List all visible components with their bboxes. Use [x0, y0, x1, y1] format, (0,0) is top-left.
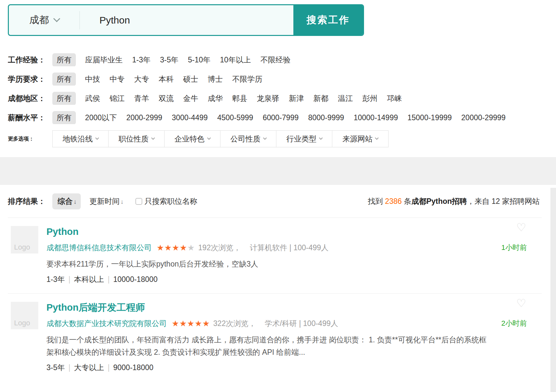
section-separator-band: [0, 157, 556, 185]
filter-label: 成都地区：: [8, 93, 52, 104]
dropdown-metro-line[interactable]: 地铁沿线: [53, 131, 109, 147]
filter-option[interactable]: 彭州: [362, 93, 377, 104]
dropdown-label: 地铁沿线: [63, 134, 93, 144]
filter-option[interactable]: 2000以下: [85, 113, 117, 123]
dropdown-job-type[interactable]: 职位性质: [109, 131, 165, 147]
sort-option-label: 更新时间: [90, 197, 120, 205]
filter-label: 更多选项：: [8, 136, 52, 142]
filter-option[interactable]: 15000-19999: [408, 113, 452, 122]
filter-option[interactable]: 1-3年: [132, 55, 150, 65]
favorite-heart-icon[interactable]: ♡: [516, 298, 526, 309]
filter-option[interactable]: 应届毕业生: [85, 55, 123, 65]
filter-option[interactable]: 中技: [85, 74, 100, 84]
filter-option[interactable]: 8000-9999: [308, 113, 344, 122]
chevron-down-icon: [53, 15, 60, 22]
filter-option[interactable]: 中专: [110, 74, 125, 84]
filter-option[interactable]: 2000-2999: [126, 113, 162, 122]
vertical-scrollbar[interactable]: [550, 188, 556, 392]
posted-time: 1小时前: [501, 242, 527, 253]
filter-option[interactable]: 不限经验: [260, 55, 290, 65]
filter-option[interactable]: 大专: [134, 74, 149, 84]
chevron-down-icon: [207, 136, 211, 140]
filter-option[interactable]: 4500-5999: [217, 113, 253, 122]
industry-size: 学术/科研 | 100-499人: [265, 318, 338, 329]
filter-label: 学历要求：: [8, 74, 52, 84]
company-link[interactable]: 成都大数据产业技术研究院有限公司: [46, 318, 167, 329]
logo-text: Logo: [14, 319, 30, 327]
filter-option-selected[interactable]: 所有: [52, 92, 76, 105]
filter-option[interactable]: 青羊: [134, 93, 149, 104]
company-row: 成都思博信科信息技术有限公司 ★★★★★ 192次浏览， 计算机软件 | 100…: [46, 242, 527, 253]
sort-option-comprehensive[interactable]: 综合↓: [52, 193, 81, 209]
search-button[interactable]: 搜索工作: [293, 5, 363, 35]
filter-option[interactable]: 10年以上: [220, 55, 251, 65]
filter-option[interactable]: 10000-14999: [354, 113, 398, 122]
meta-divider: |: [68, 363, 70, 372]
filter-option[interactable]: 温江: [338, 93, 353, 104]
view-count: 192次浏览，: [198, 242, 241, 253]
filter-option[interactable]: 3-5年: [160, 55, 178, 65]
checkbox-label[interactable]: 只搜索职位名称: [145, 196, 197, 206]
filter-option[interactable]: 锦江: [110, 93, 125, 104]
filter-row-district: 成都地区： 所有 武侯 锦江 青羊 双流 金牛 成华 郫县 龙泉驿 新津 新都 …: [8, 92, 556, 105]
dropdown-company-nature[interactable]: 公司性质: [220, 131, 276, 147]
company-row: 成都大数据产业技术研究院有限公司 ★★★★★ 322次浏览， 学术/科研 | 1…: [46, 318, 527, 329]
dropdown-company-feature[interactable]: 企业特色: [165, 131, 220, 147]
filter-option-selected[interactable]: 所有: [52, 73, 76, 86]
dropdown-industry[interactable]: 行业类型: [276, 131, 332, 147]
stars-empty: ★: [187, 243, 195, 252]
arrow-down-icon: ↓: [121, 198, 124, 205]
job-description: 要求本科211学历，一年以上实际python后台开发经验，空缺3人: [46, 258, 527, 270]
filter-option[interactable]: 双流: [159, 93, 174, 104]
city-label: 成都: [29, 13, 49, 27]
job-body: Python后端开发工程师 成都大数据产业技术研究院有限公司 ★★★★★ 322…: [46, 301, 527, 373]
job-card: Logo Python 成都思博信科信息技术有限公司 ★★★★★ 192次浏览，…: [8, 218, 542, 294]
filter-option[interactable]: 博士: [208, 74, 223, 84]
job-salary: 10000-18000: [113, 275, 158, 284]
filter-label: 工作经验：: [8, 55, 52, 65]
city-selector[interactable]: 成都: [9, 5, 79, 35]
job-search-page: 成都 搜索工作 工作经验： 所有 应届毕业生 1-3年 3-5年 5-10年 1…: [0, 0, 556, 392]
filter-panel: 工作经验： 所有 应届毕业生 1-3年 3-5年 5-10年 10年以上 不限经…: [0, 53, 556, 147]
job-experience: 3-5年: [46, 363, 65, 372]
filter-option[interactable]: 武侯: [85, 93, 100, 104]
filter-option[interactable]: 金牛: [183, 93, 198, 104]
company-link[interactable]: 成都思博信科信息技术有限公司: [46, 242, 152, 253]
result-count: 2386: [385, 197, 402, 205]
chevron-down-icon: [375, 136, 378, 140]
filter-option-selected[interactable]: 所有: [52, 111, 76, 124]
filter-option[interactable]: 硕士: [183, 74, 198, 84]
filter-option[interactable]: 5-10年: [188, 55, 211, 65]
company-logo-placeholder: Logo: [11, 302, 38, 329]
more-options-row: 更多选项： 地铁沿线 职位性质 企业特色 公司性质: [8, 130, 556, 147]
filter-option[interactable]: 成华: [208, 93, 223, 104]
result-count-text: 找到 2386 条成都Python招聘，来自 12 家招聘网站: [368, 196, 540, 206]
filter-option[interactable]: 本科: [159, 74, 174, 84]
filter-option[interactable]: 3000-4499: [172, 113, 208, 122]
dropdown-group: 地铁沿线 职位性质 企业特色 公司性质 行业类型: [52, 130, 389, 147]
filter-option[interactable]: 龙泉驿: [257, 93, 279, 104]
dropdown-label: 职位性质: [119, 134, 149, 144]
job-salary: 9000-18000: [113, 363, 153, 372]
filter-label: 薪酬水平：: [8, 113, 52, 123]
job-title-link[interactable]: Python后端开发工程师: [46, 301, 527, 314]
filter-option[interactable]: 6000-7999: [263, 113, 299, 122]
sort-bar: 排序结果： 综合↓ 更新时间↓ 只搜索职位名称 找到 2386 条成都Pytho…: [8, 185, 542, 218]
filter-option-selected[interactable]: 所有: [52, 53, 76, 66]
filter-option[interactable]: 邛崃: [387, 93, 402, 104]
logo-text: Logo: [14, 243, 30, 252]
favorite-heart-icon[interactable]: ♡: [516, 222, 526, 233]
chevron-down-icon: [151, 136, 155, 140]
filter-option[interactable]: 不限学历: [232, 74, 262, 84]
filter-option[interactable]: 新都: [313, 93, 328, 104]
filter-option[interactable]: 20000-29999: [461, 113, 506, 122]
sort-option-update-time[interactable]: 更新时间↓: [90, 196, 124, 206]
job-title-link[interactable]: Python: [46, 225, 527, 238]
search-input[interactable]: [80, 5, 293, 35]
dropdown-source-site[interactable]: 来源网站: [332, 131, 388, 147]
sort-option-label: 综合: [58, 197, 73, 205]
title-only-checkbox[interactable]: [135, 198, 142, 205]
posted-time: 2小时前: [501, 318, 527, 329]
filter-option[interactable]: 新津: [289, 93, 304, 104]
filter-option[interactable]: 郫县: [232, 93, 247, 104]
